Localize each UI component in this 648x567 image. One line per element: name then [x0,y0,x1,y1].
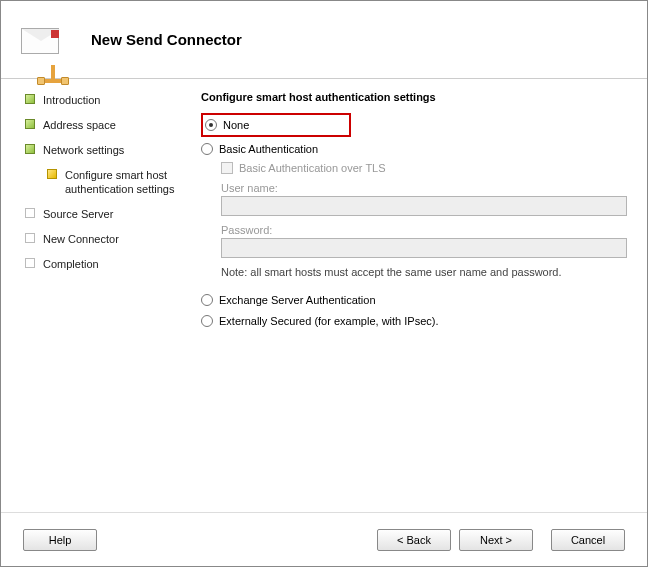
radio-exchange-auth[interactable]: Exchange Server Authentication [201,292,627,308]
content-title: Configure smart host authentication sett… [201,91,627,103]
radio-icon [201,294,213,306]
step-completion[interactable]: Completion [25,257,185,271]
radio-label: Externally Secured (for example, with IP… [219,315,438,327]
step-current-icon [47,169,57,179]
password-field [221,238,627,258]
back-button[interactable]: < Back [377,529,451,551]
password-group: Password: [221,224,627,258]
checkbox-label: Basic Authentication over TLS [239,162,386,174]
envelope-icon [19,22,63,58]
radio-basic-auth[interactable]: Basic Authentication [201,141,627,157]
username-label: User name: [221,182,627,194]
radio-label: Exchange Server Authentication [219,294,376,306]
step-address-space[interactable]: Address space [25,118,185,132]
content-pane: Configure smart host authentication sett… [195,79,647,497]
network-icon [41,65,67,87]
cancel-button[interactable]: Cancel [551,529,625,551]
checkbox-basic-tls: Basic Authentication over TLS [221,162,627,174]
step-label: Address space [43,118,116,132]
wizard-dialog: New Send Connector Introduction Address … [0,0,648,567]
highlight-none-option: None [201,113,351,137]
step-done-icon [25,94,35,104]
radio-icon [205,119,217,131]
help-button[interactable]: Help [23,529,97,551]
username-field [221,196,627,216]
password-label: Password: [221,224,627,236]
step-pending-icon [25,233,35,243]
step-label: Configure smart host authentication sett… [65,168,185,196]
radio-none[interactable]: None [205,117,249,133]
step-smart-host-auth[interactable]: Configure smart host authentication sett… [47,168,185,196]
username-group: User name: [221,182,627,216]
step-label: Source Server [43,207,113,221]
page-title: New Send Connector [91,31,242,48]
step-introduction[interactable]: Introduction [25,93,185,107]
radio-label: None [223,119,249,131]
radio-label: Basic Authentication [219,143,318,155]
step-label: New Connector [43,232,119,246]
step-label: Network settings [43,143,124,157]
radio-icon [201,143,213,155]
step-network-settings[interactable]: Network settings [25,143,185,157]
auth-note: Note: all smart hosts must accept the sa… [221,266,627,278]
step-new-connector[interactable]: New Connector [25,232,185,246]
step-pending-icon [25,258,35,268]
dialog-footer: Help < Back Next > Cancel [1,512,647,566]
step-pending-icon [25,208,35,218]
step-label: Introduction [43,93,100,107]
next-button[interactable]: Next > [459,529,533,551]
radio-externally-secured[interactable]: Externally Secured (for example, with IP… [201,313,627,329]
wizard-steps-sidebar: Introduction Address space Network setti… [1,79,195,497]
dialog-header: New Send Connector [1,1,647,79]
step-source-server[interactable]: Source Server [25,207,185,221]
step-done-icon [25,119,35,129]
checkbox-icon [221,162,233,174]
step-label: Completion [43,257,99,271]
step-done-icon [25,144,35,154]
radio-icon [201,315,213,327]
